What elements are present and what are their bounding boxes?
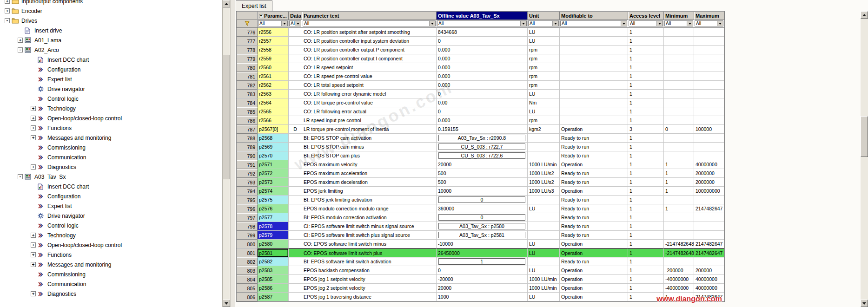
unit-cell[interactable]: 1000 LU/s3 xyxy=(528,187,560,196)
unit-cell[interactable]: kgm2 xyxy=(528,125,560,134)
grid-scrollbar[interactable] xyxy=(861,11,868,307)
expand-icon[interactable]: + xyxy=(5,0,10,4)
tree-item-communication[interactable]: Communication xyxy=(0,279,222,289)
max-cell[interactable] xyxy=(694,222,724,231)
text-cell[interactable]: CO: LR total speed setpoint xyxy=(302,81,437,90)
scroll-down-icon[interactable] xyxy=(223,300,230,307)
row-number-cell[interactable]: 803 xyxy=(237,266,258,275)
data-cell[interactable] xyxy=(289,134,302,143)
min-cell[interactable]: 1 xyxy=(664,293,694,301)
param-cell[interactable]: r2566 xyxy=(258,116,289,125)
column-header-data[interactable]: Data xyxy=(289,12,302,20)
param-cell[interactable]: r2556 xyxy=(258,28,289,37)
data-cell[interactable] xyxy=(289,63,302,72)
expand-icon[interactable]: + xyxy=(31,116,36,121)
val-cell[interactable]: -10000 xyxy=(437,240,528,248)
min-cell[interactable] xyxy=(664,37,694,46)
acc-cell[interactable]: 1 xyxy=(628,266,664,275)
data-cell[interactable] xyxy=(289,187,302,196)
min-cell[interactable]: -40000000 xyxy=(664,275,694,284)
data-cell[interactable] xyxy=(289,151,302,160)
expand-icon[interactable]: + xyxy=(31,106,36,111)
bico-value-box[interactable]: 0 xyxy=(438,196,525,203)
acc-cell[interactable]: 1 xyxy=(628,248,664,257)
text-cell[interactable]: BI: EPOS STOP cam plus xyxy=(302,151,437,160)
max-cell[interactable] xyxy=(694,143,724,151)
chevron-down-icon[interactable] xyxy=(295,21,301,26)
min-cell[interactable] xyxy=(664,98,694,107)
max-cell[interactable]: 100000 xyxy=(694,125,724,134)
val-cell[interactable]: 0.000 xyxy=(437,72,528,81)
mod-cell[interactable]: Operation xyxy=(560,275,628,284)
tree-item-diagnostics[interactable]: +Diagnostics xyxy=(0,289,222,299)
table-row[interactable]: 783r2563CO: LR following error dynamic m… xyxy=(237,90,724,98)
table-row[interactable]: 796p2576EPOS modulo correction modulo ra… xyxy=(237,204,724,213)
acc-cell[interactable]: 1 xyxy=(628,204,664,213)
acc-cell[interactable]: 1 xyxy=(628,178,664,187)
max-cell[interactable] xyxy=(694,98,724,107)
param-cell[interactable]: r2564 xyxy=(258,98,289,107)
unit-cell[interactable]: 1000 LU/min xyxy=(528,160,560,169)
text-cell[interactable]: CO: LR position setpoint after setpoint … xyxy=(302,28,437,37)
max-cell[interactable] xyxy=(694,81,724,90)
table-row[interactable]: 792p2572EPOS maximum acceleration5001000… xyxy=(237,169,724,178)
row-number-cell[interactable]: 801 xyxy=(237,248,258,257)
row-number-cell[interactable]: 793 xyxy=(237,178,258,187)
tree-item-insert-drive[interactable]: Insert drive xyxy=(0,26,222,35)
param-cell[interactable]: r2560 xyxy=(258,63,289,72)
tree-item-functions[interactable]: +Functions xyxy=(0,123,222,133)
tree-item-insert-dcc-chart[interactable]: Insert DCC chart xyxy=(0,182,222,191)
table-row[interactable]: 802p2582BI: EPOS software limit switch a… xyxy=(237,257,724,266)
column-header-val[interactable]: Offline value A03_Tav_Sx xyxy=(437,12,528,20)
text-cell[interactable]: EPOS maximum deceleration xyxy=(302,178,437,187)
bico-value-box[interactable]: A03_Tav_Sx : r2090.8 xyxy=(438,135,525,141)
unit-cell[interactable]: 1000 LU/s2 xyxy=(528,169,560,178)
unit-cell[interactable] xyxy=(528,143,560,151)
data-cell[interactable] xyxy=(289,54,302,63)
column-header-max[interactable]: Maximum xyxy=(694,12,724,20)
row-number-cell[interactable]: 789 xyxy=(237,143,258,151)
acc-cell[interactable]: 1 xyxy=(628,81,664,90)
mod-cell[interactable] xyxy=(560,28,628,37)
val-cell[interactable]: CU_S_003 : r722.6 xyxy=(437,151,528,160)
text-cell[interactable]: BI: EPOS STOP cam activation xyxy=(302,134,437,143)
expand-icon[interactable]: + xyxy=(18,38,23,43)
data-cell[interactable] xyxy=(289,248,302,257)
mod-cell[interactable]: Ready to run xyxy=(560,169,628,178)
text-cell[interactable]: CO: EPOS software limit switch minus xyxy=(302,240,437,248)
row-number-cell[interactable]: 784 xyxy=(237,98,258,107)
text-cell[interactable]: CO: LR torque pre-control value xyxy=(302,98,437,107)
data-cell[interactable] xyxy=(289,231,302,240)
acc-cell[interactable]: 1 xyxy=(628,107,664,116)
tree-item-insert-dcc-chart[interactable]: Insert DCC chart xyxy=(0,55,222,65)
param-cell[interactable]: p2575 xyxy=(258,196,289,204)
param-cell[interactable]: r2561 xyxy=(258,72,289,81)
acc-cell[interactable]: 1 xyxy=(628,116,664,125)
table-row[interactable]: 788p2568BI: EPOS STOP cam activationA03_… xyxy=(237,134,724,143)
val-cell[interactable]: 0 xyxy=(437,37,528,46)
val-cell[interactable]: 0.000 xyxy=(437,46,528,54)
mod-cell[interactable] xyxy=(560,81,628,90)
row-number-cell[interactable]: 795 xyxy=(237,196,258,204)
min-cell[interactable] xyxy=(664,28,694,37)
param-cell[interactable]: p2578 xyxy=(258,222,289,231)
tab-expert-list[interactable]: Expert list xyxy=(236,0,272,11)
chevron-down-icon[interactable] xyxy=(621,21,627,26)
data-cell[interactable] xyxy=(289,143,302,151)
bico-value-box[interactable]: 0 xyxy=(438,214,525,221)
expand-icon[interactable]: + xyxy=(31,164,36,170)
max-cell[interactable]: 40000000 xyxy=(694,160,724,169)
mod-cell[interactable]: Ready to run xyxy=(560,178,628,187)
acc-cell[interactable]: 1 xyxy=(628,37,664,46)
tree-item-expert-list[interactable]: Expert list xyxy=(0,201,222,211)
mod-cell[interactable]: Operation xyxy=(560,284,628,293)
tree-item-drive-navigator[interactable]: Drive navigator xyxy=(0,211,222,221)
text-cell[interactable]: BI: EPOS jerk limiting activation xyxy=(302,196,437,204)
acc-cell[interactable]: 1 xyxy=(628,231,664,240)
tree-item-encoder[interactable]: +Encoder xyxy=(0,6,222,16)
mod-cell[interactable]: Operation xyxy=(560,125,628,134)
row-number-cell[interactable]: 780 xyxy=(237,63,258,72)
unit-cell[interactable]: rpm xyxy=(528,46,560,54)
max-cell[interactable]: 2147482647 xyxy=(694,248,724,257)
unit-cell[interactable] xyxy=(528,231,560,240)
